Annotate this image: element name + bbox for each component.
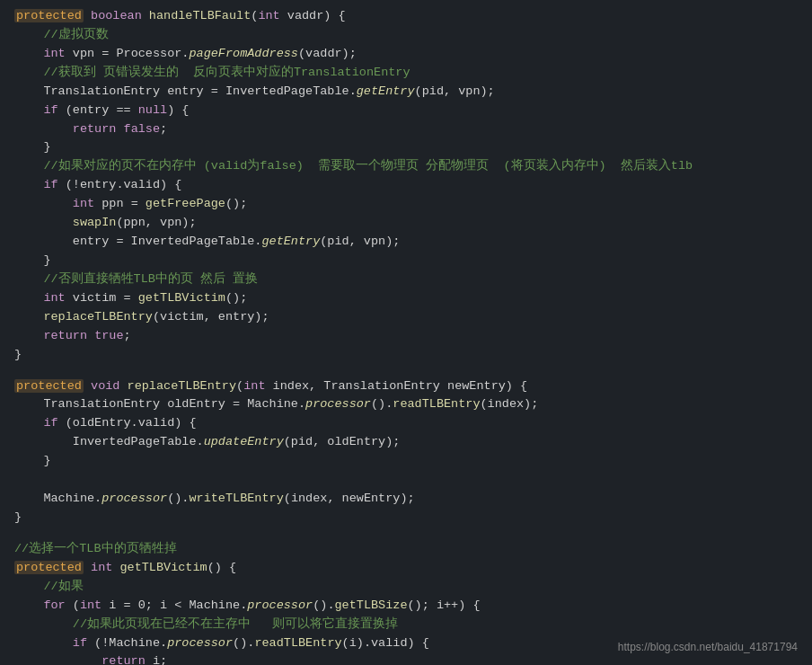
- section-handleTLBFault: protected boolean handleTLBFault(int vad…: [0, 7, 812, 365]
- section-gap: [0, 365, 812, 377]
- code-line: //虚拟页数: [0, 26, 812, 45]
- code-line: //如果对应的页不在内存中 (valid为false) 需要取一个物理页 分配物…: [0, 157, 812, 176]
- code-line: //获取到 页错误发生的 反向页表中对应的TranslationEntry: [0, 64, 812, 83]
- code-line: }: [0, 509, 812, 528]
- code-line: return false;: [0, 120, 812, 139]
- code-line: if (oldEntry.valid) {: [0, 414, 812, 433]
- code-line: InvertedPageTable.updateEntry(pid, oldEn…: [0, 433, 812, 452]
- code-line: if (entry == null) {: [0, 102, 812, 120]
- section-gap2: [0, 528, 812, 540]
- code-line: //如果此页现在已经不在主存中 则可以将它直接置换掉: [0, 616, 812, 634]
- watermark: https://blog.csdn.net/baidu_41871794: [618, 639, 798, 656]
- code-line: replaceTLBEntry(victim, entry);: [0, 308, 812, 327]
- code-line: }: [0, 138, 812, 157]
- code-line: //如果: [0, 578, 812, 597]
- code-line: swapIn(ppn, vpn);: [0, 214, 812, 233]
- code-line: protected void replaceTLBEntry(int index…: [0, 377, 812, 396]
- code-line: int ppn = getFreePage();: [0, 195, 812, 214]
- code-line: [0, 471, 812, 490]
- code-line: int vpn = Processor.pageFromAddress(vadd…: [0, 45, 812, 64]
- code-line: return true;: [0, 327, 812, 346]
- code-line: }: [0, 252, 812, 270]
- code-line: if (!entry.valid) {: [0, 176, 812, 195]
- code-line: for (int i = 0; i < Machine.processor().…: [0, 597, 812, 616]
- code-line: entry = InvertedPageTable.getEntry(pid, …: [0, 233, 812, 252]
- code-line: TranslationEntry oldEntry = Machine.proc…: [0, 395, 812, 414]
- section-replaceTLBEntry: protected void replaceTLBEntry(int index…: [0, 377, 812, 528]
- code-line: protected int getTLBVictim() {: [0, 559, 812, 578]
- code-line: }: [0, 452, 812, 471]
- code-editor: protected boolean handleTLBFault(int vad…: [0, 0, 812, 665]
- code-line: //选择一个TLB中的页牺牲掉: [0, 540, 812, 559]
- code-line: //否则直接牺牲TLB中的页 然后 置换: [0, 270, 812, 289]
- code-line: int victim = getTLBVictim();: [0, 289, 812, 308]
- code-line: protected boolean handleTLBFault(int vad…: [0, 7, 812, 26]
- code-line: Machine.processor().writeTLBEntry(index,…: [0, 490, 812, 509]
- code-line: TranslationEntry entry = InvertedPageTab…: [0, 83, 812, 102]
- code-line: }: [0, 346, 812, 365]
